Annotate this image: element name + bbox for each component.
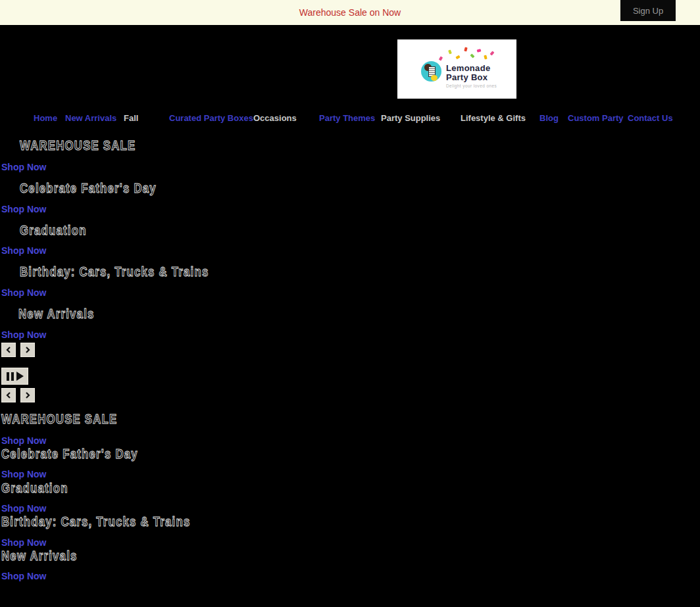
list-shop-now-graduation[interactable]: Shop Now (1, 503, 46, 514)
slide-title-warehouse-sale: WAREHOUSE SALE (20, 137, 136, 153)
nav-item-party-themes[interactable]: Party Themes (319, 113, 375, 123)
chevron-right-icon (24, 391, 32, 399)
nav-item-home[interactable]: Home (34, 113, 57, 123)
list-title-graduation: Graduation (1, 480, 68, 496)
announcement-text: Warehouse Sale on Now (0, 7, 700, 18)
nav-item-fall[interactable]: Fall (124, 113, 138, 123)
logo-tagline: Delight your loved ones (446, 84, 497, 88)
logo[interactable]: Lemonade Party Box Delight your loved on… (397, 39, 516, 99)
list-title-new-arrivals: New Arrivals (1, 548, 78, 564)
shop-now-link-fathers-day[interactable]: Shop Now (1, 204, 46, 214)
play-icon (16, 372, 24, 381)
nav-item-party-supplies[interactable]: Party Supplies (381, 113, 440, 123)
list-title-birthday: Birthday: Cars, Trucks & Trains (1, 514, 190, 529)
list-shop-now-fathers-day[interactable]: Shop Now (1, 469, 46, 479)
list-shop-now-birthday[interactable]: Shop Now (1, 537, 46, 548)
logo-text: Lemonade Party Box Delight your loved on… (446, 64, 497, 88)
slide-title-fathers-day: Celebrate Father's Day (20, 180, 157, 196)
carousel-prev-button[interactable] (1, 343, 16, 357)
logo-name-line1: Lemonade (446, 64, 497, 73)
list-shop-now-warehouse-sale[interactable]: Shop Now (1, 435, 46, 446)
slide-title-birthday: Birthday: Cars, Trucks & Trains (20, 264, 209, 279)
pause-icon (7, 372, 14, 381)
carousel-pause-play-button[interactable] (1, 368, 28, 385)
list-title-fathers-day: Celebrate Father's Day (1, 446, 138, 462)
logo-name-line2: Party Box (446, 73, 497, 82)
shop-now-link-warehouse-sale[interactable]: Shop Now (1, 162, 46, 172)
carousel-next-button-2[interactable] (20, 388, 35, 402)
nav-item-curated-party-boxes[interactable]: Curated Party Boxes (169, 113, 253, 123)
slide-title-new-arrivals: New Arrivals (18, 306, 95, 322)
chevron-left-icon (5, 346, 12, 354)
nav-item-contact-us[interactable]: Contact Us (628, 113, 673, 123)
slide-title-graduation: Graduation (20, 222, 87, 238)
nav-item-custom-party[interactable]: Custom Party (568, 113, 624, 123)
nav-item-lifestyle-gifts[interactable]: Lifestyle & Gifts (461, 113, 526, 123)
shop-now-link-graduation[interactable]: Shop Now (1, 245, 46, 256)
chevron-right-icon (24, 346, 32, 354)
signup-button[interactable]: Sign Up (620, 0, 676, 21)
carousel-next-button[interactable] (20, 343, 35, 357)
nav-item-occasions[interactable]: Occasions (253, 113, 297, 123)
carousel-prev-button-2[interactable] (1, 388, 16, 402)
nav-item-blog[interactable]: Blog (539, 113, 559, 123)
announcement-bar: Warehouse Sale on Now (0, 0, 700, 25)
list-shop-now-new-arrivals[interactable]: Shop Now (1, 571, 46, 581)
nav-item-new-arrivals[interactable]: New Arrivals (65, 113, 116, 123)
lemon (431, 75, 438, 81)
shop-now-link-new-arrivals[interactable]: Shop Now (1, 329, 46, 340)
chevron-left-icon (5, 391, 12, 399)
list-title-warehouse-sale: WAREHOUSE SALE (1, 411, 117, 427)
shop-now-link-birthday[interactable]: Shop Now (1, 287, 46, 298)
